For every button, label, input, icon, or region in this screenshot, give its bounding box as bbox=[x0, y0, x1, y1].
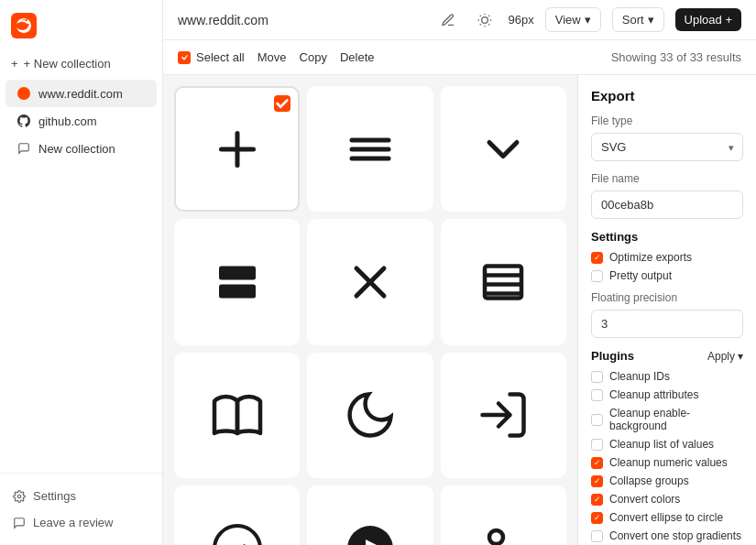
icon-cell-moon[interactable] bbox=[307, 353, 433, 478]
svg-line-9 bbox=[479, 24, 480, 25]
zoom-level[interactable]: 96px bbox=[509, 13, 534, 27]
main-area: www.reddit.com 96px View ▾ Sort ▾ Upload… bbox=[163, 0, 756, 545]
svg-point-1 bbox=[17, 495, 21, 498]
plugin-label: Convert ellipse to circle bbox=[609, 511, 723, 524]
plugin-checkbox[interactable] bbox=[591, 439, 603, 451]
file-name-label: File name bbox=[591, 172, 743, 185]
plugin-row[interactable]: Cleanup attributes bbox=[591, 388, 743, 401]
svg-rect-17 bbox=[219, 284, 256, 298]
review-item[interactable]: Leave a review bbox=[0, 509, 162, 536]
optimize-exports-checkbox[interactable] bbox=[591, 252, 603, 264]
optimize-exports-label: Optimize exports bbox=[609, 251, 692, 264]
sidebar-logo bbox=[0, 0, 162, 51]
icon-cell-close[interactable] bbox=[307, 219, 433, 344]
icon-cell-chevron[interactable] bbox=[441, 86, 566, 212]
sidebar-item-reddit[interactable]: www.reddit.com bbox=[5, 80, 157, 107]
plugins-list: Cleanup IDsCleanup attributesCleanup ena… bbox=[591, 370, 743, 545]
plugin-row[interactable]: Cleanup numeric values bbox=[591, 456, 743, 469]
chat-icon bbox=[16, 141, 31, 156]
sort-button[interactable]: Sort ▾ bbox=[612, 7, 664, 32]
chevron-down-icon: ▾ bbox=[738, 350, 743, 363]
plugin-label: Cleanup numeric values bbox=[609, 456, 728, 469]
svg-line-5 bbox=[479, 15, 480, 16]
chevron-down-icon: ▾ bbox=[648, 13, 654, 27]
plugin-row[interactable]: Convert one stop gradients bbox=[591, 529, 743, 542]
copy-button[interactable]: Copy bbox=[300, 50, 327, 64]
export-panel: Export File type SVG PNG JPG WEBP File n… bbox=[577, 75, 756, 545]
settings-title: Settings bbox=[591, 230, 743, 244]
icon-cell-plus[interactable] bbox=[174, 86, 300, 212]
app-logo bbox=[11, 13, 37, 38]
plugin-row[interactable]: Cleanup list of values bbox=[591, 438, 743, 451]
icon-cell-hamburger[interactable] bbox=[307, 86, 433, 212]
results-count: Showing 33 of 33 results bbox=[611, 50, 741, 64]
svg-line-6 bbox=[488, 24, 489, 25]
new-collection-label: + New collection bbox=[24, 57, 111, 71]
toolbar: Select all Move Copy Delete Showing 33 o… bbox=[163, 40, 756, 75]
review-icon bbox=[13, 517, 26, 529]
floating-precision-input[interactable] bbox=[591, 310, 743, 338]
sidebar-item-github[interactable]: github.com bbox=[5, 107, 157, 135]
plugin-row[interactable]: Convert ellipse to circle bbox=[591, 511, 743, 524]
hamburger-svg-icon bbox=[343, 122, 398, 177]
chevron-svg-icon bbox=[476, 122, 531, 177]
plugins-title: Plugins bbox=[591, 349, 634, 363]
delete-button[interactable]: Delete bbox=[340, 50, 375, 64]
plugin-checkbox[interactable] bbox=[591, 494, 603, 506]
new-collection-button[interactable]: + + New collection bbox=[0, 51, 162, 76]
icon-cell-reddit-logo[interactable]: r/ bbox=[174, 485, 300, 545]
sidebar-item-github-label: github.com bbox=[38, 114, 97, 128]
icon-cell-login[interactable] bbox=[441, 353, 566, 478]
moon-svg-icon bbox=[343, 387, 398, 442]
sidebar-item-new[interactable]: New collection bbox=[5, 135, 157, 162]
plus-icon: + bbox=[11, 57, 18, 71]
pretty-output-label: Pretty output bbox=[609, 269, 672, 282]
plugin-checkbox[interactable] bbox=[591, 371, 603, 383]
topbar: www.reddit.com 96px View ▾ Sort ▾ Upload… bbox=[163, 0, 756, 40]
file-type-select-wrap: SVG PNG JPG WEBP bbox=[591, 133, 743, 161]
file-type-label: File type bbox=[591, 114, 743, 127]
svg-line-10 bbox=[488, 15, 489, 16]
settings-item[interactable]: Settings bbox=[0, 483, 162, 509]
select-all-checkbox bbox=[178, 51, 191, 64]
icon-cell-layout[interactable] bbox=[174, 219, 300, 344]
sidebar-item-new-label: New collection bbox=[38, 142, 115, 156]
plugin-checkbox[interactable] bbox=[591, 530, 603, 542]
pretty-output-checkbox[interactable] bbox=[591, 270, 603, 282]
file-type-group: File type SVG PNG JPG WEBP bbox=[591, 114, 743, 161]
floating-precision-group: Floating precision bbox=[591, 291, 743, 338]
login-svg-icon bbox=[476, 387, 531, 442]
icon-cell-book[interactable] bbox=[174, 353, 300, 478]
plugin-row[interactable]: Convert colors bbox=[591, 493, 743, 506]
view-button[interactable]: View ▾ bbox=[545, 7, 601, 32]
move-button[interactable]: Move bbox=[257, 50, 287, 64]
plugin-checkbox[interactable] bbox=[591, 389, 603, 401]
export-title: Export bbox=[591, 88, 743, 104]
pen-tool-icon[interactable] bbox=[435, 7, 461, 33]
mic-svg-icon bbox=[476, 521, 531, 545]
table-svg-icon bbox=[476, 255, 531, 310]
chevron-down-icon: ▾ bbox=[585, 13, 591, 27]
plugin-label: Collapse groups bbox=[609, 474, 689, 487]
icon-cell-table[interactable] bbox=[441, 219, 566, 344]
svg-point-0 bbox=[17, 87, 30, 100]
file-name-input[interactable] bbox=[591, 191, 743, 219]
plugin-checkbox[interactable] bbox=[591, 414, 603, 426]
select-all-button[interactable]: Select all bbox=[178, 50, 245, 64]
file-type-select[interactable]: SVG PNG JPG WEBP bbox=[591, 133, 743, 161]
icon-cell-play[interactable] bbox=[307, 485, 433, 545]
pretty-output-row[interactable]: Pretty output bbox=[591, 269, 743, 282]
optimize-exports-row[interactable]: Optimize exports bbox=[591, 251, 743, 264]
plugin-checkbox[interactable] bbox=[591, 475, 603, 487]
plugin-row[interactable]: Cleanup enable-background bbox=[591, 407, 743, 432]
sidebar-item-reddit-label: www.reddit.com bbox=[38, 87, 123, 101]
plugin-checkbox[interactable] bbox=[591, 512, 603, 524]
sidebar-bottom: Settings Leave a review bbox=[0, 473, 162, 545]
plugin-row[interactable]: Collapse groups bbox=[591, 474, 743, 487]
plugin-row[interactable]: Cleanup IDs bbox=[591, 370, 743, 383]
plugins-apply-button[interactable]: Apply ▾ bbox=[707, 350, 743, 363]
sun-icon[interactable] bbox=[472, 7, 498, 33]
icon-cell-mic[interactable] bbox=[441, 485, 566, 545]
plugin-checkbox[interactable] bbox=[591, 457, 603, 469]
upload-button[interactable]: Upload + bbox=[675, 8, 741, 31]
